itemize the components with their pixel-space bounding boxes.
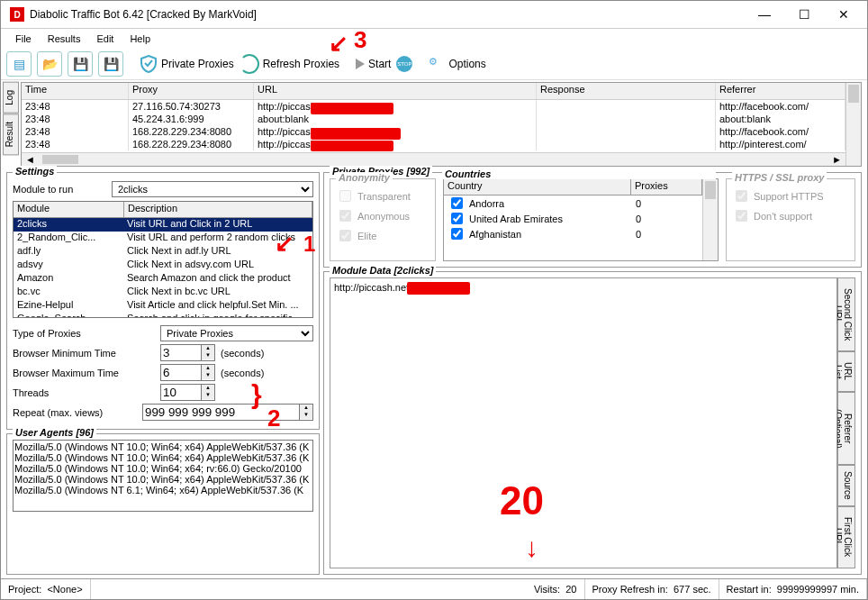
play-icon xyxy=(356,59,365,69)
country-row[interactable]: Andorra0 xyxy=(444,195,702,211)
stop-button[interactable]: STOP xyxy=(396,56,412,72)
tab-first-click-url[interactable]: First Click URL xyxy=(837,506,855,569)
settings-title: Settings xyxy=(13,166,57,177)
module-row[interactable]: AmazonSearch Amazon and click the produc… xyxy=(14,272,312,286)
max-time-input[interactable] xyxy=(160,364,202,381)
col-response[interactable]: Response xyxy=(537,83,716,99)
anonymous-label: Anonymous xyxy=(357,211,410,222)
ua-row[interactable]: Mozilla/5.0 (Windows NT 6.1; Win64; x64)… xyxy=(14,485,312,495)
module-row[interactable]: adsvyClick Next in adsvy.com URL xyxy=(14,259,312,272)
module-row[interactable]: 2clicksVisit URL and Click in 2 URL xyxy=(14,218,312,232)
app-icon: D xyxy=(10,7,24,22)
log-row[interactable]: 23:4827.116.50.74:30273http://piccash.ne… xyxy=(22,100,845,113)
shield-icon xyxy=(140,55,158,73)
log-row[interactable]: 23:48168.228.229.234:8080http://piccash.… xyxy=(22,125,845,138)
new-icon[interactable]: ▤ xyxy=(6,51,32,77)
log-row[interactable]: 23:48168.228.229.234:8080http://piccash.… xyxy=(22,138,845,150)
elite-label: Elite xyxy=(357,231,376,241)
repeat-input[interactable] xyxy=(142,404,300,421)
col-country[interactable]: Country xyxy=(444,179,631,195)
type-of-proxies-label: Type of Proxies xyxy=(13,328,155,339)
log-v-scrollbar[interactable] xyxy=(845,83,861,166)
restart-label: Restart in: xyxy=(727,584,772,595)
spin-up[interactable]: ▲ xyxy=(202,385,214,392)
start-button[interactable]: Start xyxy=(356,58,391,70)
menu-help[interactable]: Help xyxy=(122,32,158,46)
module-row[interactable]: 2_Random_Clic...Visit URL and perform 2 … xyxy=(14,232,312,245)
menu-file[interactable]: File xyxy=(8,32,39,46)
tab-referer[interactable]: Referer (Optional) xyxy=(837,392,855,465)
spin-up[interactable]: ▲ xyxy=(202,345,214,352)
spin-down[interactable]: ▼ xyxy=(202,352,214,359)
toolbar: ▤ 📂 💾 💾 Private Proxies Refresh Proxies … xyxy=(1,49,867,80)
spin-up[interactable]: ▲ xyxy=(300,405,312,412)
col-time[interactable]: Time xyxy=(22,83,129,99)
tab-second-click-url[interactable]: Second Click URL xyxy=(837,277,855,351)
spin-down[interactable]: ▼ xyxy=(300,412,312,419)
countries-table: Countries Country Proxies Andorra0United… xyxy=(443,178,719,261)
tab-source[interactable]: Source xyxy=(837,465,855,506)
module-row[interactable]: Google_SearchSearch and click in google … xyxy=(14,313,312,317)
start-label: Start xyxy=(368,58,391,70)
refresh-proxies-button[interactable]: Refresh Proxies xyxy=(240,54,339,74)
module-data-content[interactable]: http://piccash.net xyxy=(330,277,837,568)
log-h-scrollbar[interactable]: ◄► xyxy=(22,152,845,166)
tab-result[interactable]: Result xyxy=(3,114,19,155)
menu-results[interactable]: Results xyxy=(41,32,88,46)
save-icon[interactable]: 💾 xyxy=(68,51,93,77)
module-to-run-label: Module to run xyxy=(13,184,106,195)
user-agents-title: User Agents [96] xyxy=(13,427,96,438)
log-row[interactable]: 23:4845.224.31.6:999about:blankabout:bla… xyxy=(22,113,845,125)
anonymity-title: Anonymity xyxy=(336,172,393,183)
close-button[interactable]: ✕ xyxy=(824,2,863,27)
tab-url-list[interactable]: URL List xyxy=(837,351,855,393)
col-url[interactable]: URL xyxy=(254,83,537,99)
min-time-label: Browser Minimum Time xyxy=(13,348,155,359)
spin-down[interactable]: ▼ xyxy=(202,392,214,399)
options-button[interactable]: ⚙ Options xyxy=(429,56,485,72)
minimize-button[interactable]: — xyxy=(745,2,784,27)
support-https-label: Support HTTPS xyxy=(754,191,824,202)
restart-value: 99999999997 min. xyxy=(777,584,859,595)
country-row[interactable]: United Arab Emirates0 xyxy=(444,211,702,226)
module-data-title: Module Data [2clicks] xyxy=(330,265,436,276)
tab-log[interactable]: Log xyxy=(3,82,19,114)
private-proxies-button[interactable]: Private Proxies xyxy=(140,55,234,73)
module-row[interactable]: Ezine-HelpulVisit Article and click help… xyxy=(14,299,312,313)
type-of-proxies-select[interactable]: Private Proxies xyxy=(160,325,313,341)
country-check[interactable] xyxy=(451,197,463,209)
ssl-title: HTTPS / SSL proxy xyxy=(732,172,827,183)
ua-row[interactable]: Mozilla/5.0 (Windows NT 10.0; Win64; x64… xyxy=(14,441,312,452)
menubar: File Results Edit Help xyxy=(1,29,867,49)
spin-up[interactable]: ▲ xyxy=(202,365,214,372)
open-icon[interactable]: 📂 xyxy=(37,51,62,77)
menu-edit[interactable]: Edit xyxy=(89,32,121,46)
support-https-check xyxy=(736,190,747,202)
countries-title: Countries xyxy=(442,168,716,179)
country-check[interactable] xyxy=(451,228,463,240)
countries-scrollbar[interactable] xyxy=(702,179,718,260)
threads-input[interactable] xyxy=(160,384,202,401)
maximize-button[interactable]: ☐ xyxy=(784,2,824,27)
spin-down[interactable]: ▼ xyxy=(202,372,214,379)
ua-row[interactable]: Mozilla/5.0 (Windows NT 10.0; Win64; x64… xyxy=(14,463,312,474)
ua-row[interactable]: Mozilla/5.0 (Windows NT 10.0; Win64; x64… xyxy=(14,452,312,463)
ua-row[interactable]: Mozilla/5.0 (Windows NT 10.0; Win64; x64… xyxy=(14,474,312,485)
col-description[interactable]: Description xyxy=(124,202,312,217)
col-proxy[interactable]: Proxy xyxy=(129,83,254,99)
saveall-icon[interactable]: 💾 xyxy=(98,51,123,77)
log-table: Time Proxy URL Response Referrer 23:4827… xyxy=(21,82,862,167)
repeat-label: Repeat (max. views) xyxy=(13,407,137,418)
col-referrer[interactable]: Referrer xyxy=(716,83,845,99)
module-select[interactable]: 2clicks xyxy=(112,181,313,197)
module-row[interactable]: bc.vcClick Next in bc.vc URL xyxy=(14,286,312,299)
window-title: Diabolic Traffic Bot 6.42 [Cracked By Ma… xyxy=(30,8,745,21)
col-proxies-count[interactable]: Proxies xyxy=(631,179,702,195)
user-agents-list[interactable]: Mozilla/5.0 (Windows NT 10.0; Win64; x64… xyxy=(13,440,313,512)
module-row[interactable]: adf.lyClick Next in adf.ly URL xyxy=(14,245,312,259)
min-time-input[interactable] xyxy=(160,344,202,361)
country-row[interactable]: Afghanistan0 xyxy=(444,226,702,241)
col-module[interactable]: Module xyxy=(14,202,124,217)
country-check[interactable] xyxy=(451,213,463,224)
project-value: <None> xyxy=(47,584,82,595)
